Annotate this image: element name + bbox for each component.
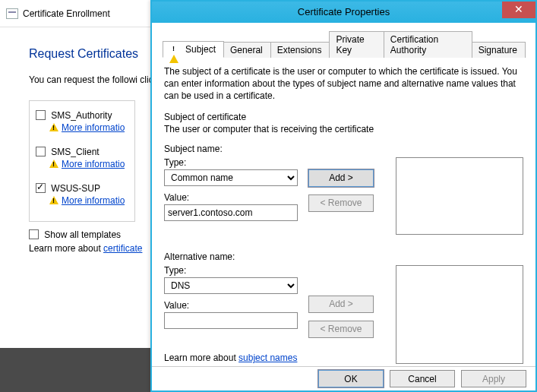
alt-listbox[interactable] — [396, 265, 523, 364]
tab-label: Subject — [185, 44, 216, 55]
warning-icon — [169, 44, 182, 55]
dialog-client: Subject General Extensions Private Key C… — [152, 23, 535, 366]
tab-extensions[interactable]: Extensions — [270, 42, 330, 58]
tab-label: Signature — [479, 45, 517, 55]
subject-remove-button[interactable]: < Remove — [308, 194, 374, 212]
enroll-title: Certificate Enrollment — [23, 8, 110, 19]
alt-type-select[interactable]: DNS — [164, 277, 298, 294]
cancel-button[interactable]: Cancel — [390, 370, 455, 387]
template-label: SMS_Client — [51, 147, 99, 157]
more-info-row: More informatio — [49, 122, 131, 133]
template-row: WSUS-SUP More informatio — [36, 183, 131, 206]
subject-of-cert-label: Subject of certificate — [164, 112, 523, 122]
certificate-icon — [6, 8, 18, 19]
subject-add-button[interactable]: Add > — [308, 169, 374, 187]
type-label: Type: — [164, 157, 298, 168]
subject-mid: Add > < Remove — [308, 169, 377, 220]
template-row: SMS_Client More informatio — [36, 147, 131, 169]
tab-signature[interactable]: Signature — [472, 42, 526, 58]
more-info-link[interactable]: More informatio — [62, 159, 125, 169]
close-icon: ✕ — [514, 3, 523, 15]
alt-add-button[interactable]: Add > — [308, 296, 374, 313]
more-info-row: More informatio — [49, 195, 131, 206]
tab-label: Certification Authority — [390, 34, 464, 55]
value-label: Value: — [164, 300, 298, 311]
subject-right — [396, 157, 523, 235]
tab-ca[interactable]: Certification Authority — [384, 31, 472, 58]
tab-label: General — [230, 45, 263, 55]
dialog-titlebar[interactable]: Certificate Properties ✕ — [152, 2, 535, 23]
checkbox-sms-client[interactable] — [36, 147, 46, 156]
warning-icon — [49, 196, 58, 204]
template-label: WSUS-SUP — [51, 183, 100, 194]
subject-value-input[interactable] — [164, 204, 298, 221]
checkbox-show-all[interactable] — [29, 229, 39, 239]
learn-prefix: Learn more about — [29, 243, 103, 254]
ok-button[interactable]: OK — [318, 370, 384, 387]
more-info-row: More informatio — [49, 159, 131, 169]
more-info-link[interactable]: More informatio — [62, 195, 125, 206]
subject-desc: The user or computer that is receiving t… — [164, 124, 523, 134]
learn-prefix: Learn more about — [164, 352, 238, 363]
tab-bar: Subject General Extensions Private Key C… — [163, 30, 525, 58]
templates-list: SMS_Authority More informatio SMS_Client… — [29, 100, 135, 222]
template-row: SMS_Authority More informatio — [36, 110, 131, 133]
close-button[interactable]: ✕ — [502, 2, 535, 18]
tab-private-key[interactable]: Private Key — [329, 31, 384, 58]
alt-value-input[interactable] — [164, 312, 298, 329]
tab-subject[interactable]: Subject — [163, 41, 224, 58]
apply-button[interactable]: Apply — [461, 370, 526, 387]
learn-subject-names-link[interactable]: subject names — [238, 352, 297, 363]
subject-name-group: Type: Common name Value: Add > < Remove — [164, 157, 523, 245]
alt-remove-button[interactable]: < Remove — [308, 321, 374, 338]
tab-label: Extensions — [277, 45, 322, 55]
warning-icon — [49, 123, 58, 131]
alt-name-label: Alternative name: — [164, 251, 523, 262]
alt-left: Type: DNS Value: — [164, 265, 298, 329]
value-label: Value: — [164, 192, 298, 203]
show-all-label: Show all templates — [44, 229, 121, 240]
subject-type-select[interactable]: Common name — [164, 169, 298, 186]
subject-listbox[interactable] — [396, 157, 523, 235]
enroll-footer — [0, 348, 150, 392]
tab-helptext: The subject of a certificate is the user… — [164, 65, 523, 103]
template-label: SMS_Authority — [51, 110, 112, 121]
subject-left: Type: Common name Value: — [164, 157, 298, 221]
checkbox-wsus-sup[interactable] — [36, 183, 46, 193]
more-info-link[interactable]: More informatio — [62, 122, 125, 133]
alt-right — [396, 265, 523, 364]
tab-label: Private Key — [336, 34, 375, 55]
checkbox-sms-authority[interactable] — [36, 110, 46, 120]
type-label: Type: — [164, 265, 298, 276]
tab-general[interactable]: General — [223, 42, 271, 58]
alt-mid: Add > < Remove — [308, 296, 377, 346]
warning-icon — [49, 160, 58, 168]
dialog-title: Certificate Properties — [152, 6, 535, 17]
learn-row: Learn more about subject names — [164, 352, 297, 363]
cert-properties-dialog: Certificate Properties ✕ Subject General… — [150, 0, 537, 392]
subject-name-label: Subject name: — [164, 144, 523, 154]
learn-cert-link[interactable]: certificate — [103, 243, 142, 254]
